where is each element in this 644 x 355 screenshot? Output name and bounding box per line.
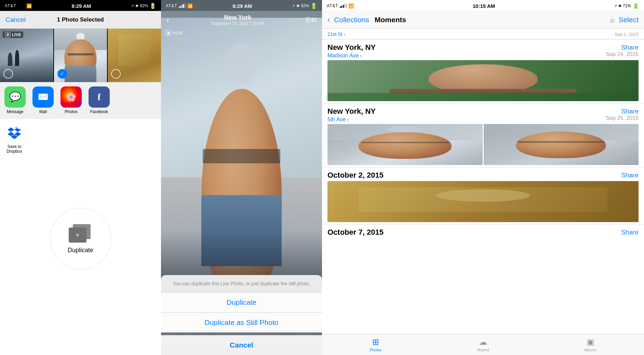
message-icon: 💬	[4, 86, 26, 108]
moment-1-photo-1[interactable]	[327, 60, 639, 101]
status-right-1: ↗ ✱ 92% 🔋	[131, 3, 156, 9]
moment-2: New York, NY 5th Ave › Share Sep 25, 201…	[322, 104, 644, 167]
moment-1: New York, NY Madison Ave › Share Sep 24,…	[322, 40, 644, 103]
bluetooth-icon-1: ✱	[135, 4, 138, 8]
live-text: LIVE	[12, 32, 21, 37]
edit-button[interactable]: Edit	[306, 16, 317, 24]
collections-button[interactable]: Collections	[334, 16, 369, 24]
photo-cell-1[interactable]: ⊚ LIVE	[0, 29, 53, 82]
photo-cell-3[interactable]	[108, 29, 161, 82]
status-left-1: AT&T 📶	[5, 3, 32, 9]
photo-cell-2[interactable]: ✓	[54, 29, 107, 82]
cancel-action-button[interactable]: Cancel	[161, 335, 322, 355]
signal-icon-1	[18, 4, 25, 8]
truncated-moment: 21st St › Sep 1, 2015	[322, 29, 644, 39]
panel-1: AT&T 📶 8:29 AM ↗ ✱ 92% 🔋 Cancel 1 Photo …	[0, 0, 161, 355]
moment-3-header: October 2, 2015 Share	[327, 171, 639, 180]
moment-3-photo-1[interactable]	[327, 181, 639, 222]
shared-tab-icon: ☁	[479, 337, 487, 347]
moment-1-share[interactable]: Share	[606, 44, 639, 51]
select-circle-3[interactable]	[111, 69, 121, 79]
wifi-icon-3: 📶	[348, 3, 354, 9]
wifi-icon-2: 📶	[187, 3, 193, 9]
battery-text-1: 92%	[140, 3, 148, 8]
photos-tab-label: Photos	[370, 348, 381, 352]
moment-2-header: New York, NY 5th Ave › Share Sep 25, 201…	[327, 107, 639, 123]
battery-text-3: 71%	[623, 3, 631, 8]
action-sheet: You can duplicate this Live Photo, or ju…	[161, 275, 322, 355]
search-button[interactable]: ⌕	[610, 15, 615, 24]
duplicate-button[interactable]: Duplicate	[161, 292, 322, 313]
status-right-2: ↗ ✱ 92% 🔋	[292, 3, 317, 9]
nav-bar-1: Cancel 1 Photo Selected	[0, 11, 161, 29]
truncated-chevron: ›	[344, 32, 345, 37]
share-facebook[interactable]: f Facebook	[87, 86, 111, 114]
back-button-3[interactable]: ‹	[327, 15, 330, 24]
status-bar-1: AT&T 📶 8:29 AM ↗ ✱ 92% 🔋	[0, 0, 161, 11]
battery-icon-1: 🔋	[149, 3, 156, 9]
tab-albums[interactable]: ▣ Albums	[537, 334, 644, 355]
location-icon-3: ↗	[614, 4, 617, 8]
truncated-location[interactable]: 21st St	[327, 31, 343, 37]
carrier-3: AT&T	[327, 3, 338, 8]
share-mail[interactable]: ✉️ Mail	[31, 86, 55, 114]
nav-bar-3: ‹ Collections Moments ⌕ Select	[322, 11, 644, 29]
moment-2-photo-2[interactable]	[484, 124, 639, 165]
moment-4-share[interactable]: Share	[621, 229, 639, 236]
panel-2: AT&T 📶 8:29 AM ↗ ✱ 92% 🔋 ‹ New York Sept…	[161, 0, 322, 355]
battery-icon-3: 🔋	[632, 3, 639, 9]
moment-2-subloc[interactable]: 5th Ave	[327, 117, 346, 123]
photo-title: New York	[211, 14, 264, 21]
duplicate-still-button[interactable]: Duplicate as Still Photo	[161, 313, 322, 332]
moments-list[interactable]: 21st St › Sep 1, 2015 New York, NY Madis…	[322, 29, 644, 334]
dropbox-item[interactable]: Save toDropbox	[5, 125, 23, 154]
hdr-icon: ▣	[165, 30, 172, 36]
moment-1-date: Sep 24, 2015	[606, 51, 639, 57]
live-icon: ⊚	[5, 32, 11, 37]
tab-shared[interactable]: ☁ Shared	[429, 334, 537, 355]
moment-2-share[interactable]: Share	[606, 108, 639, 115]
select-circle-2[interactable]: ✓	[57, 69, 67, 79]
share-bar: 💬 Message ✉️ Mail 🌸 Photos f Fa	[0, 82, 161, 118]
photo-selected-title: 1 Photo Selected	[57, 16, 104, 23]
share-photos[interactable]: 🌸 Photos	[59, 86, 83, 114]
albums-tab-label: Albums	[584, 348, 597, 352]
tab-bar: ⊞ Photos ☁ Shared ▣ Albums	[322, 334, 644, 355]
moment-2-photo-1[interactable]	[327, 124, 483, 165]
carrier-1: AT&T	[5, 3, 16, 8]
photos-tab-icon: ⊞	[372, 337, 379, 347]
share-icons-row: 💬 Message ✉️ Mail 🌸 Photos f Fa	[3, 86, 158, 114]
live-badge: ⊚ LIVE	[3, 31, 23, 38]
select-circle-1[interactable]	[3, 69, 13, 79]
back-button-2[interactable]: ‹	[166, 15, 170, 25]
moment-1-subloc[interactable]: Madison Ave	[327, 53, 359, 59]
moment-1-subtitle: Madison Ave ›	[327, 53, 376, 59]
share-message[interactable]: 💬 Message	[3, 86, 27, 114]
dropbox-icon	[5, 125, 23, 142]
nav-bar-2: ‹ New York September 25, 2015 7:24 AM Ed…	[161, 11, 322, 29]
moment-4: October 7, 2015 Share	[322, 224, 644, 240]
moment-3-share[interactable]: Share	[621, 172, 639, 179]
moments-title: Moments	[375, 16, 406, 24]
signal-3	[340, 4, 347, 8]
status-left-2: AT&T 📶	[166, 3, 193, 9]
moment-1-title: New York, NY	[327, 43, 376, 52]
duplicate-circle[interactable]: + Duplicate	[50, 208, 111, 270]
time-3: 10:15 AM	[473, 3, 495, 9]
moment-4-header: October 7, 2015 Share	[327, 228, 639, 237]
battery-text-2: 92%	[301, 3, 309, 8]
carrier-2: AT&T	[166, 3, 177, 8]
time-2: 8:29 AM	[232, 3, 252, 9]
signal-2	[179, 4, 186, 8]
tab-photos[interactable]: ⊞ Photos	[322, 334, 429, 355]
message-label: Message	[7, 109, 24, 114]
moment-1-photos	[327, 60, 639, 101]
duplicate-label: Duplicate	[68, 247, 93, 254]
bluetooth-icon-3: ✱	[618, 4, 621, 8]
albums-tab-icon: ▣	[587, 337, 594, 347]
cancel-button[interactable]: Cancel	[5, 16, 26, 24]
battery-icon-2: 🔋	[310, 3, 317, 9]
moment-2-date: Sep 25, 2015	[606, 115, 639, 121]
location-icon-2: ↗	[292, 4, 295, 8]
select-button[interactable]: Select	[619, 16, 639, 24]
